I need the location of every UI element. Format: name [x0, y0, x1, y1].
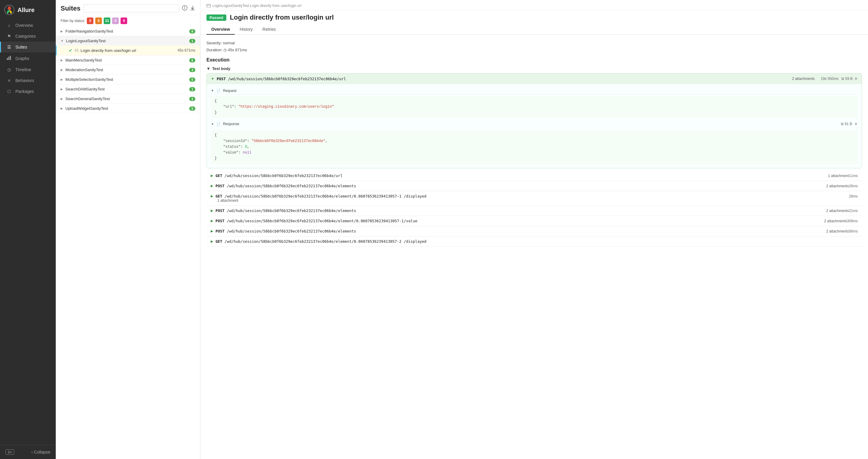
home-icon: ⌂	[6, 23, 12, 28]
step-time-3: 26ms	[849, 184, 858, 188]
flat-step-6[interactable]: ▶ POST /wd/hub/session/58bbcb0f6b329ec6f…	[207, 216, 862, 226]
app-name: Allure	[18, 7, 35, 13]
suite-group-moderation: ▶ ModerationSanityTest 3	[56, 65, 200, 75]
page-title: Login directly from user/login url	[230, 13, 334, 21]
expand-icon[interactable]: ✕	[855, 77, 858, 81]
test-row-login[interactable]: ✔ #1 Login directly from user/login url …	[56, 46, 200, 55]
flag-icon: ⚑	[6, 34, 12, 38]
flat-step-5[interactable]: ▶ POST /wd/hub/session/58bbcb0f6b329ec6f…	[207, 206, 862, 216]
sidebar-item-timeline[interactable]: ◷ Timeline	[0, 64, 56, 75]
svg-rect-2	[8, 57, 9, 60]
suites-search-input[interactable]	[84, 4, 179, 12]
language-selector[interactable]: En	[5, 449, 14, 455]
behaviors-icon: ≡	[6, 78, 12, 83]
info-button[interactable]	[182, 5, 187, 12]
filter-badge-skipped[interactable]: 0	[112, 18, 119, 24]
sidebar-item-behaviors[interactable]: ≡ Behaviors	[0, 75, 56, 86]
suite-row-searchdam[interactable]: ▶ SearchDAMSanityTest 1	[56, 84, 200, 94]
step-time-4: 28ms	[849, 194, 858, 198]
suite-name-uploadwidget: UploadWidgetSanityTest	[65, 106, 189, 111]
flat-step-4[interactable]: ▶ GET /wd/hub/session/58bbcb0f6b329ec6fe…	[207, 191, 862, 206]
step-url-7: POST /wd/hub/session/58bbcb0f6b329ec6feb…	[216, 229, 824, 233]
suite-row-loginlogout[interactable]: ▼ LoginLogoutSanityTest 1	[56, 36, 200, 46]
suite-count-multiselect: 5	[189, 78, 195, 82]
suite-row-moderation[interactable]: ▶ ModerationSanityTest 3	[56, 65, 200, 75]
suite-group-mainmenu: ▶ MainMenuSanityTest 6	[56, 56, 200, 65]
step-url-8: GET /wd/hub/session/58bbcb0f6b329ec6feb2…	[216, 239, 858, 244]
sidebar-item-overview[interactable]: ⌂ Overview	[0, 20, 56, 31]
sub-step-response[interactable]: ▼ 📄 Response	[211, 120, 841, 127]
suite-name-moderation: ModerationSanityTest	[65, 67, 189, 72]
flat-step-3[interactable]: ▶ POST /wd/hub/session/58bbcb0f6b329ec6f…	[207, 181, 862, 191]
suites-list: ▶ FolderNavigationSanityTest 8 ▼ LoginLo…	[56, 27, 200, 459]
copy-icon-resp[interactable]: ⧉ 91 B	[841, 122, 852, 126]
step-attach-3: 2 attachments	[826, 184, 849, 188]
tab-overview[interactable]: Overview	[207, 24, 235, 35]
suites-header: Suites	[56, 0, 200, 15]
suite-group-multiselect: ▶ MultipleSelectionSanityTest 5	[56, 75, 200, 84]
chevron-down-sub-icon: ▼	[211, 122, 214, 126]
step-header-1[interactable]: ▼ POST /wd/hub/session/58bbcb0f6b329ec6f…	[207, 74, 862, 84]
duration-icon: ◷	[223, 48, 227, 52]
filter-badge-unknown[interactable]: 0	[121, 18, 127, 24]
flat-step-7[interactable]: ▶ POST /wd/hub/session/58bbcb0f6b329ec6f…	[207, 226, 862, 236]
tab-history[interactable]: History	[235, 24, 258, 35]
sidebar-label-packages: Packages	[16, 89, 34, 94]
filter-badge-failed[interactable]: 0	[87, 18, 93, 24]
suite-row-uploadwidget[interactable]: ▶ UploadWidgetSanityTest 5	[56, 104, 200, 113]
suites-icon: ☰	[6, 45, 12, 50]
chevron-right-icon: ▶	[211, 219, 213, 223]
step-attach-7: 2 attachments	[826, 229, 849, 233]
step-url-1: POST /wd/hub/session/58bbcb0f6b329ec6feb…	[217, 77, 789, 81]
step-attach-6: 2 attachments	[824, 219, 847, 223]
detail-body: Severity: normal Duration: ◷ 45s 671ms E…	[200, 35, 868, 459]
copy-icon[interactable]: ⧉ 59 B	[841, 77, 852, 81]
step-block-1: ▼ POST /wd/hub/session/58bbcb0f6b329ec6f…	[207, 73, 862, 169]
allure-logo-icon	[4, 5, 14, 15]
flat-step-2[interactable]: ▶ GET /wd/hub/session/58bbcb0f6b329ec6fe…	[207, 171, 862, 181]
filter-badge-passed[interactable]: 31	[104, 18, 110, 24]
sub-step-request[interactable]: ▼ 📄 Request	[211, 87, 858, 95]
tab-retries[interactable]: Retries	[258, 24, 281, 35]
suite-name-searchgeneral: SearchGeneralSanityTest	[65, 96, 189, 101]
test-duration: 45s 671ms	[178, 48, 195, 53]
filter-badge-broken[interactable]: 0	[95, 18, 102, 24]
filter-row: Filter by status: 0 0 31 0 0	[56, 15, 200, 27]
expand-icon-resp[interactable]: ✕	[855, 122, 858, 126]
suite-row-mainmenu[interactable]: ▶ MainMenuSanityTest 6	[56, 56, 200, 65]
step-time-2: 11ms	[849, 174, 858, 178]
chevron-right-icon: ▶	[61, 78, 63, 81]
step-time-5: 21ms	[849, 209, 858, 213]
step-url-6: POST /wd/hub/session/58bbcb0f6b329ec6feb…	[216, 219, 822, 223]
sidebar-item-categories[interactable]: ⚑ Categories	[0, 31, 56, 41]
svg-rect-9	[207, 4, 210, 7]
suite-row-folder-nav[interactable]: ▶ FolderNavigationSanityTest 8	[56, 27, 200, 36]
file-icon: 📄	[216, 89, 221, 93]
download-button[interactable]	[190, 5, 195, 12]
sidebar-item-suites[interactable]: ☰ Suites	[0, 41, 56, 53]
collapse-button[interactable]: ‹ Collapse	[31, 450, 50, 455]
request-code: { "url": "https://staging.cloudinary.com…	[211, 96, 858, 118]
suite-row-searchgeneral[interactable]: ▶ SearchGeneralSanityTest 2	[56, 94, 200, 104]
chevron-right-icon: ▶	[211, 174, 213, 178]
suite-count-mainmenu: 6	[189, 58, 195, 62]
sidebar-item-graphs[interactable]: Graphs	[0, 53, 56, 64]
sidebar-label-categories: Categories	[16, 34, 36, 38]
suite-row-multiselect[interactable]: ▶ MultipleSelectionSanityTest 5	[56, 75, 200, 84]
step-attach-5: 2 attachments	[826, 209, 849, 213]
suite-count-uploadwidget: 5	[189, 107, 195, 111]
suite-group-searchdam: ▶ SearchDAMSanityTest 1	[56, 84, 200, 94]
test-body-label[interactable]: ▼ Test body	[207, 66, 862, 71]
sidebar-label-suites: Suites	[16, 45, 27, 50]
chevron-right-icon: ▶	[211, 229, 213, 233]
suite-group-searchgeneral: ▶ SearchGeneralSanityTest 2	[56, 94, 200, 104]
suite-count: 8	[189, 29, 195, 33]
sidebar-item-packages[interactable]: ⬡ Packages	[0, 86, 56, 97]
step-url-5: POST /wd/hub/session/58bbcb0f6b329ec6feb…	[216, 208, 824, 213]
flat-step-8[interactable]: ▶ GET /wd/hub/session/58bbcb0f6b329ec6fe…	[207, 236, 862, 247]
execution-section-title: Execution	[207, 57, 862, 63]
step-attach-label-4: 1 attachment	[211, 198, 238, 203]
svg-rect-1	[7, 58, 8, 60]
suite-count-searchdam: 1	[189, 87, 195, 91]
severity-value: normal	[223, 41, 235, 45]
